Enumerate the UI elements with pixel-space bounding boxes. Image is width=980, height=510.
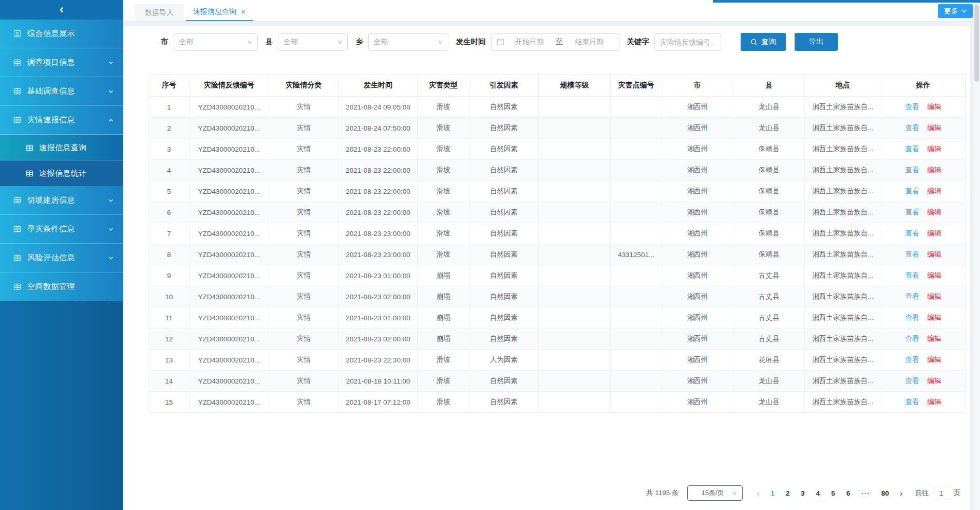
cell-county: 古丈县: [733, 307, 804, 329]
table-icon: [26, 170, 33, 177]
view-link[interactable]: 查看: [905, 166, 919, 174]
edit-link[interactable]: 编辑: [927, 271, 941, 279]
sidebar-subitem-速报信息统计[interactable]: 速报信息统计: [0, 160, 123, 186]
sidebar-item-切坡建房信息[interactable]: 切坡建房信息: [0, 186, 123, 215]
page-number-button[interactable]: 6: [846, 489, 851, 497]
prev-page-button[interactable]: ‹: [757, 489, 760, 498]
view-link[interactable]: 查看: [905, 145, 919, 153]
page-number-button[interactable]: 80: [881, 489, 889, 497]
township-select-value: 全部: [374, 38, 439, 47]
sidebar-item-灾情速报信息[interactable]: 灾情速报信息: [0, 106, 123, 135]
close-icon[interactable]: ×: [241, 8, 246, 15]
edit-link[interactable]: 编辑: [927, 187, 941, 195]
view-link[interactable]: 查看: [905, 271, 919, 279]
edit-link[interactable]: 编辑: [927, 250, 941, 258]
sidebar-collapse-button[interactable]: ‹: [0, 0, 123, 20]
date-range-picker[interactable]: 开始日期 至 结束日期: [491, 33, 619, 51]
table-row: 8YZD43000020210...灾情2021-08-23 23:00:00滑…: [149, 244, 966, 265]
edit-link[interactable]: 编辑: [927, 145, 941, 153]
date-to-label: 至: [554, 38, 565, 47]
cell-feedback-id: YZD43000020210...: [190, 97, 269, 118]
county-select[interactable]: 全部 ∨: [278, 33, 348, 51]
view-link[interactable]: 查看: [905, 124, 919, 132]
view-link[interactable]: 查看: [905, 356, 919, 363]
tab-report-query[interactable]: 速报信息查询 ×: [186, 3, 253, 21]
view-link[interactable]: 查看: [905, 377, 919, 385]
edit-link[interactable]: 编辑: [927, 293, 941, 300]
more-button-label: 更多: [944, 7, 958, 16]
cell-seq: 7: [149, 223, 190, 244]
column-header-规模等级: 规模等级: [538, 75, 611, 97]
view-link[interactable]: 查看: [905, 398, 919, 406]
app-root: ‹ 综合信息展示调查项目信息基础调查信息灾情速报信息速报信息查询速报信息统计切坡…: [0, 0, 980, 510]
cell-actions: 查看编辑: [881, 160, 965, 181]
cell-disaster-type: 崩塌: [418, 286, 469, 307]
end-date-placeholder[interactable]: 结束日期: [565, 38, 614, 47]
page-number-button[interactable]: 1: [770, 489, 775, 497]
cell-category: 灾情: [269, 350, 338, 371]
sidebar-item-label: 基础调查信息: [27, 86, 75, 96]
sidebar-item-空间数据管理[interactable]: 空间数据管理: [0, 272, 123, 301]
cell-county: 保靖县: [733, 181, 804, 202]
table-row: 11YZD43000020210...灾情2021-08-23 01:00:00…: [149, 307, 966, 329]
city-select[interactable]: 全部 ∨: [174, 33, 258, 51]
page-number-button[interactable]: 5: [831, 489, 835, 497]
cell-cause: 自然因素: [469, 223, 538, 244]
next-page-button[interactable]: ›: [900, 489, 903, 498]
total-count-label: 共 1195 条: [646, 488, 679, 498]
sidebar-item-孕灾条件信息[interactable]: 孕灾条件信息: [0, 215, 123, 244]
edit-link[interactable]: 编辑: [927, 208, 941, 216]
sidebar-item-风险评估信息[interactable]: 风险评估信息: [0, 244, 123, 272]
export-button[interactable]: 导出: [795, 33, 838, 51]
view-link[interactable]: 查看: [905, 229, 919, 237]
goto-page-input[interactable]: [933, 486, 950, 500]
start-date-placeholder[interactable]: 开始日期: [505, 38, 554, 47]
sidebar-subitem-速报信息查询[interactable]: 速报信息查询: [0, 135, 123, 160]
more-button[interactable]: 更多: [938, 4, 973, 18]
edit-link[interactable]: 编辑: [927, 398, 941, 406]
table-icon: [13, 254, 21, 262]
page-number-button[interactable]: 3: [801, 489, 805, 497]
cell-place: 湘西土家族苗族自...: [804, 181, 881, 202]
keyword-input[interactable]: [654, 33, 721, 51]
edit-link[interactable]: 编辑: [927, 229, 941, 237]
edit-link[interactable]: 编辑: [927, 377, 941, 385]
chevron-down-icon: ∨: [438, 39, 443, 45]
cell-actions: 查看编辑: [881, 265, 965, 286]
edit-link[interactable]: 编辑: [927, 124, 941, 132]
page-number-button[interactable]: 4: [816, 489, 820, 497]
township-select[interactable]: 全部 ∨: [368, 33, 448, 51]
cell-disaster-type: 滑坡: [418, 181, 469, 202]
view-link[interactable]: 查看: [905, 208, 919, 216]
cell-scale-level: [538, 265, 611, 286]
page-size-select[interactable]: 15条/页 ∨: [687, 485, 743, 501]
cell-category: 灾情: [269, 118, 338, 139]
sidebar-item-综合信息展示[interactable]: 综合信息展示: [0, 20, 123, 48]
search-button[interactable]: 查询: [741, 33, 786, 51]
cell-disaster-type: 滑坡: [418, 118, 469, 139]
view-link[interactable]: 查看: [905, 293, 919, 300]
view-link[interactable]: 查看: [905, 103, 919, 111]
view-link[interactable]: 查看: [905, 187, 919, 195]
county-label: 县: [266, 37, 273, 47]
edit-link[interactable]: 编辑: [927, 335, 941, 342]
tab-data-import[interactable]: 数据导入: [135, 4, 184, 21]
scrollbar-thumb[interactable]: [974, 5, 979, 82]
cell-feedback-id: YZD43000020210...: [190, 181, 269, 202]
cell-cause: 自然因素: [469, 118, 538, 139]
table-row: 5YZD43000020210...灾情2021-08-23 22:00:00滑…: [149, 181, 966, 202]
view-link[interactable]: 查看: [905, 335, 919, 342]
view-link[interactable]: 查看: [905, 314, 919, 321]
column-header-发生时间: 发生时间: [338, 75, 417, 97]
edit-link[interactable]: 编辑: [927, 166, 941, 174]
cell-occur-time: 2021-08-23 02:00:00: [338, 329, 417, 350]
edit-link[interactable]: 编辑: [927, 103, 941, 111]
sidebar-item-调查项目信息[interactable]: 调查项目信息: [0, 48, 123, 77]
page-number-button[interactable]: 2: [786, 489, 790, 497]
sidebar-item-基础调查信息[interactable]: 基础调查信息: [0, 77, 123, 106]
view-link[interactable]: 查看: [905, 250, 919, 258]
cell-county: 保靖县: [733, 244, 804, 265]
scrollbar[interactable]: [973, 3, 980, 510]
edit-link[interactable]: 编辑: [927, 314, 941, 321]
edit-link[interactable]: 编辑: [927, 356, 941, 363]
